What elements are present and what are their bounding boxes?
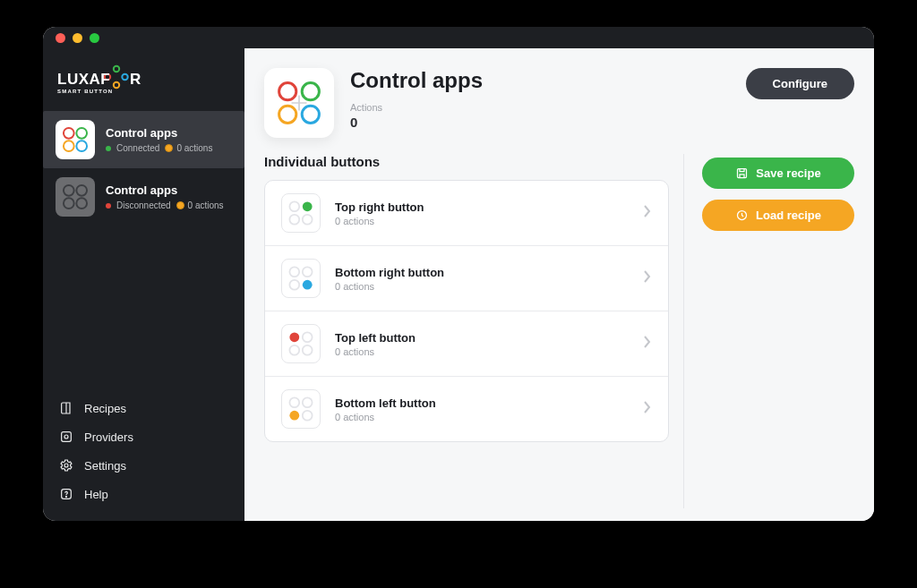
device-status: Connected [116,143,159,153]
svg-point-34 [303,345,313,355]
svg-point-8 [64,141,74,151]
actions-count: 0 [350,115,730,130]
nav-settings[interactable]: Settings [43,451,244,480]
maximize-icon[interactable] [90,33,99,43]
brand-sub: SMART BUTTON [57,89,113,94]
chevron-right-icon [643,336,652,352]
status-dot-icon [106,146,111,151]
nav-label: Help [84,488,108,501]
gear-icon [59,458,73,473]
svg-point-11 [76,185,87,196]
nav-help[interactable]: Help [43,480,244,508]
brand-logo: LUXAF R SMART BUTTON [43,64,244,111]
nav-recipes[interactable]: Recipes [43,394,244,422]
svg-point-7 [76,128,87,139]
device-title: Control apps [106,183,224,197]
button-sub: 0 actions [335,281,629,292]
button-sub: 0 actions [335,346,629,357]
chevron-right-icon [643,205,652,221]
load-icon [735,209,749,222]
device-status-row: Disconnected 0 actions [106,200,224,210]
svg-point-16 [64,464,68,467]
svg-point-10 [64,185,74,196]
svg-point-3 [122,74,127,80]
device-title: Control apps [106,126,212,140]
providers-icon [59,430,73,444]
svg-point-29 [289,280,299,290]
app-window: LUXAF R SMART BUTTON [43,27,874,521]
save-recipe-label: Save recipe [756,166,820,180]
minimize-icon[interactable] [73,33,82,43]
svg-point-38 [303,411,313,421]
button-icon [281,389,321,429]
button-row-top-left[interactable]: Top left button 0 actions [265,311,668,376]
device-status-row: Connected 0 actions [106,143,212,153]
chevron-right-icon [643,270,652,286]
save-recipe-button[interactable]: Save recipe [702,158,854,189]
button-list: Top right button 0 actions [264,180,669,442]
svg-point-18 [65,496,66,497]
svg-point-27 [289,267,299,277]
actions-caption: Actions [350,102,730,113]
button-title: Bottom left button [335,396,629,410]
svg-point-26 [303,215,313,225]
coin-icon [176,201,184,209]
svg-text:R: R [130,71,141,88]
button-sub: 0 actions [335,412,629,422]
svg-rect-39 [738,169,747,178]
button-row-bottom-right[interactable]: Bottom right button 0 actions [265,245,668,311]
device-icon [56,120,95,159]
svg-point-0 [114,66,119,72]
button-title: Bottom right button [335,266,629,279]
svg-point-6 [64,128,74,139]
button-row-bottom-left[interactable]: Bottom left button 0 actions [265,376,668,441]
svg-point-13 [76,198,87,209]
coin-icon [165,144,173,152]
svg-point-28 [303,267,313,277]
bottom-nav: Recipes Providers Settings Help [43,385,244,521]
svg-point-33 [289,345,299,355]
svg-point-19 [279,83,296,100]
button-icon [281,193,321,233]
titlebar [43,27,874,48]
svg-point-32 [303,332,313,342]
device-actions: 0 actions [176,143,212,153]
button-icon [281,324,321,363]
svg-point-24 [303,201,313,211]
status-dot-icon [106,203,111,209]
hero-device-icon [264,68,334,138]
svg-point-15 [64,435,68,439]
button-title: Top left button [335,331,629,345]
svg-text:LUXAF: LUXAF [57,71,110,88]
svg-rect-14 [62,432,72,442]
nav-label: Settings [84,459,126,473]
page-header: Control apps Actions 0 Configure [264,68,854,138]
sidebar: LUXAF R SMART BUTTON [43,48,244,521]
actions-panel: Save recipe Load recipe [684,154,854,508]
device-actions: 0 actions [188,200,224,210]
device-item-1[interactable]: Control apps Disconnected 0 actions [43,168,244,226]
button-title: Top right button [335,200,629,214]
nav-providers[interactable]: Providers [43,422,244,451]
svg-point-31 [289,332,299,342]
configure-button[interactable]: Configure [746,68,854,99]
svg-point-25 [289,215,299,225]
save-icon [735,166,749,180]
book-icon [59,401,73,415]
close-icon[interactable] [56,33,65,43]
load-recipe-button[interactable]: Load recipe [702,200,854,231]
svg-point-12 [64,198,74,209]
button-row-top-right[interactable]: Top right button 0 actions [265,181,668,245]
svg-point-9 [76,141,87,151]
svg-point-2 [114,82,119,88]
load-recipe-label: Load recipe [756,209,821,222]
help-icon [59,487,73,501]
device-item-0[interactable]: Control apps Connected 0 actions [43,111,244,168]
svg-point-30 [303,280,313,290]
svg-point-35 [289,397,299,407]
svg-point-36 [303,397,313,407]
svg-point-20 [302,83,319,100]
page-title: Control apps [350,68,730,93]
svg-point-23 [289,201,299,211]
button-sub: 0 actions [335,216,629,226]
